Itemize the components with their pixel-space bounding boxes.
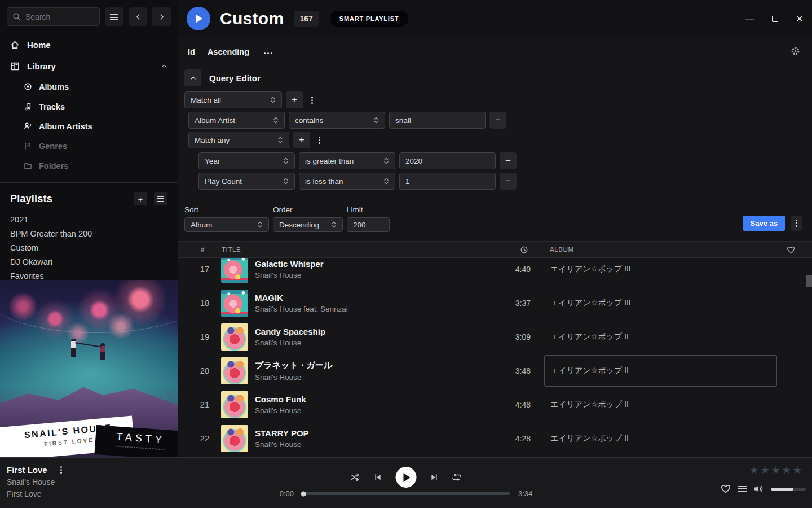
seek-thumb[interactable] <box>301 491 306 496</box>
maximize-icon <box>772 16 778 22</box>
track-number: 22 <box>178 434 209 443</box>
now-playing-options-button[interactable] <box>56 466 67 475</box>
queue-button[interactable] <box>738 486 747 492</box>
track-row[interactable]: 17 Galactic Whisper Snail’s House 4:40 エ… <box>178 258 812 286</box>
playlist-item[interactable]: Custom <box>10 240 167 255</box>
search-input[interactable] <box>25 12 94 21</box>
track-row[interactable]: 21 Cosmo Funk Snail’s House 4:48 エイリアン☆ポ… <box>178 388 812 422</box>
collapse-query-editor-button[interactable] <box>184 69 201 86</box>
playlist-list-button[interactable] <box>154 192 167 205</box>
sidebar-item-albums[interactable]: Albums <box>0 77 178 97</box>
track-artist: Snail’s House <box>255 373 486 382</box>
sort-value: Album <box>191 221 212 229</box>
chevron-right-icon <box>158 13 166 21</box>
sort-direction-button[interactable]: Ascending <box>208 47 249 56</box>
add-rule-button[interactable]: + <box>293 132 310 148</box>
remove-rule-button[interactable]: − <box>500 173 517 190</box>
playlists-title: Playlists <box>10 193 52 205</box>
seek-bar[interactable] <box>302 492 510 495</box>
group-options-button[interactable] <box>314 132 324 148</box>
track-info: Cosmo Funk Snail’s House <box>248 395 486 415</box>
column-header-index[interactable]: # <box>178 246 209 253</box>
column-header-favorite[interactable] <box>787 246 812 254</box>
rule-value-input[interactable] <box>399 152 496 169</box>
sidebar-item-genres[interactable]: Genres <box>0 136 178 156</box>
rule-field-select[interactable]: Year <box>198 152 295 169</box>
column-header-duration[interactable] <box>520 246 531 254</box>
rule-operator-select[interactable]: is less than <box>299 173 395 190</box>
add-rule-button[interactable]: + <box>286 91 303 108</box>
column-header-album[interactable]: ALBUM <box>544 246 777 253</box>
play-pause-button[interactable] <box>396 467 417 488</box>
playlist-item[interactable]: 2021 <box>10 212 167 226</box>
rule-field-select[interactable]: Album Artist <box>188 112 285 129</box>
save-as-button[interactable]: Save as <box>743 216 785 231</box>
track-album: エイリアン☆ポップ II <box>544 355 777 387</box>
volume-slider[interactable] <box>771 488 806 491</box>
add-playlist-button[interactable]: + <box>134 192 147 205</box>
forward-button[interactable] <box>152 7 171 26</box>
play-icon <box>196 15 202 23</box>
chevron-left-icon <box>134 13 142 21</box>
search-box[interactable] <box>7 7 100 26</box>
sidebar-item-library[interactable]: Library <box>0 55 178 77</box>
mute-button[interactable] <box>753 484 764 493</box>
track-title: MAGIK <box>255 293 486 303</box>
sort-select[interactable]: Album <box>184 217 269 232</box>
root-match-select[interactable]: Match all <box>184 91 282 108</box>
sub-match-select[interactable]: Match any <box>188 132 289 148</box>
playlist-item[interactable]: BPM Greater than 200 <box>10 226 167 240</box>
maximize-button[interactable] <box>771 15 779 23</box>
sidebar-item-tracks[interactable]: Tracks <box>0 97 178 116</box>
rating-stars[interactable]: ★★★★★ <box>749 464 804 476</box>
limit-input[interactable] <box>347 217 390 232</box>
select-arrows-icon <box>373 116 379 124</box>
shuffle-button[interactable] <box>351 473 360 481</box>
sidebar-item-folders[interactable]: Folders <box>0 156 178 176</box>
rule-field-select[interactable]: Play Count <box>198 173 295 190</box>
playlist-options-button[interactable] <box>791 216 802 231</box>
play-playlist-button[interactable] <box>187 7 210 30</box>
scrollbar-thumb[interactable] <box>806 275 812 287</box>
figure-decoration <box>71 339 76 357</box>
track-row[interactable]: 20 プラネット・ガール Snail’s House 3:48 エイリアン☆ポッ… <box>178 354 812 388</box>
track-row[interactable]: 18 MAGIK Snail’s House feat. Sennzai 3:3… <box>178 286 812 320</box>
next-button[interactable] <box>430 473 439 481</box>
track-row[interactable]: 19 Candy Spaceship Snail’s House 3:09 エイ… <box>178 320 812 354</box>
sidebar-item-album-artists[interactable]: Album Artists <box>0 116 178 136</box>
sort-field-button[interactable]: Id <box>188 47 195 56</box>
rule-row: Album Artist contains − <box>188 112 812 129</box>
rule-value-input[interactable] <box>399 173 496 190</box>
remove-rule-button[interactable]: − <box>500 152 517 169</box>
track-row[interactable]: 22 STARRY POP Snail’s House 4:28 エイリアン☆ポ… <box>178 422 812 456</box>
select-arrows-icon <box>283 177 289 185</box>
repeat-button[interactable] <box>452 473 462 481</box>
column-header-title[interactable]: TITLE <box>209 246 486 253</box>
order-select[interactable]: Descending <box>273 217 343 232</box>
more-options-icon[interactable] <box>267 52 269 54</box>
hamburger-icon <box>110 14 118 20</box>
rule-value-input[interactable] <box>389 112 486 129</box>
sidebar-item-home[interactable]: Home <box>0 34 178 55</box>
root-match-value: Match all <box>191 96 221 104</box>
figure-decoration <box>100 343 105 360</box>
favorite-button[interactable] <box>721 484 731 494</box>
group-options-button[interactable] <box>307 91 317 108</box>
rule-operator-select[interactable]: is greater than <box>299 152 395 169</box>
menu-button[interactable] <box>105 7 123 26</box>
previous-button[interactable] <box>374 473 382 481</box>
rule-operator-select[interactable]: contains <box>289 112 385 129</box>
sidebar-item-label: Tracks <box>39 102 65 111</box>
order-label: Order <box>273 205 343 214</box>
remove-rule-button[interactable]: − <box>489 112 506 129</box>
minimize-button[interactable]: — <box>746 15 754 23</box>
home-icon <box>10 40 20 50</box>
track-artist: Snail’s House <box>255 406 486 415</box>
page-title: Custom <box>220 9 284 28</box>
close-button[interactable]: × <box>796 15 804 23</box>
back-button[interactable] <box>129 7 147 26</box>
settings-button[interactable] <box>791 46 800 56</box>
sidebar-nav: Home Library Albums Tracks Album Artists <box>0 34 178 176</box>
skip-next-icon <box>430 473 439 481</box>
playlist-item[interactable]: DJ Okawari <box>10 255 167 269</box>
